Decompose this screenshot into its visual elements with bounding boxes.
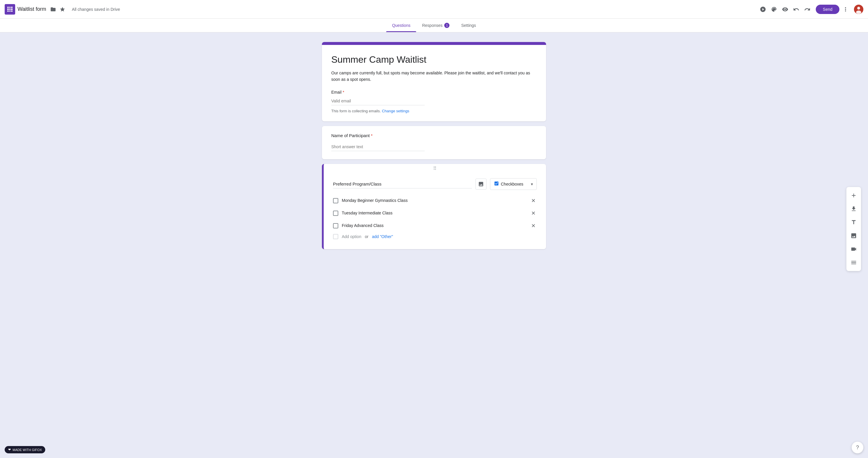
add-option-row: Add option or add "Other" <box>333 232 537 241</box>
add-option-checkbox <box>333 234 338 239</box>
option-row-1: ✕ <box>333 207 537 220</box>
add-option-separator: or <box>365 234 368 239</box>
question-type-selector[interactable]: Checkboxes ▾ <box>490 178 537 190</box>
name-required-star: * <box>371 133 373 138</box>
add-image-to-question-button[interactable] <box>475 178 487 190</box>
form-main-title: Summer Camp Waitlist <box>331 54 537 65</box>
email-label: Email * <box>331 90 537 95</box>
option-input-0[interactable] <box>342 197 527 204</box>
option-row-2: ✕ <box>333 220 537 232</box>
checkbox-type-icon <box>494 181 499 187</box>
send-button[interactable]: Send <box>816 5 839 14</box>
palette-icon-button[interactable] <box>769 4 779 14</box>
checkbox-2[interactable] <box>333 223 338 228</box>
delete-option-2-button[interactable]: ✕ <box>530 221 537 230</box>
add-question-button[interactable] <box>846 189 861 202</box>
app-logo <box>5 4 15 14</box>
redo-icon-button[interactable] <box>802 4 812 14</box>
chevron-down-icon: ▾ <box>531 182 533 187</box>
checkbox-1[interactable] <box>333 210 338 216</box>
tab-responses[interactable]: Responses 1 <box>416 19 455 32</box>
change-settings-link[interactable]: Change settings <box>382 109 409 113</box>
add-section-button[interactable] <box>846 256 861 269</box>
question-card-program: ⠿ Checkboxes ▾ ✕ <box>322 164 546 249</box>
form-header-body: Summer Camp Waitlist Our camps are curre… <box>322 45 546 121</box>
question-top-row: Checkboxes ▾ <box>333 178 537 190</box>
gifox-heart-icon: ❤ <box>8 448 11 452</box>
delete-option-0-button[interactable]: ✕ <box>530 196 537 205</box>
tab-settings[interactable]: Settings <box>455 19 482 32</box>
addon-icon-button[interactable] <box>758 4 768 14</box>
question-name-label: Name of Participant * <box>331 133 537 138</box>
user-avatar[interactable] <box>854 5 863 14</box>
form-note: This form is collecting emails. Change s… <box>331 109 537 113</box>
gifox-badge: ❤ MADE WITH GIFOX <box>5 446 45 453</box>
email-required-star: * <box>343 90 344 95</box>
main-content: Summer Camp Waitlist Our camps are curre… <box>0 37 868 271</box>
star-icon-button[interactable] <box>58 5 67 14</box>
add-option-label[interactable]: Add option <box>342 234 361 239</box>
add-other-link[interactable]: add "Other" <box>372 234 393 239</box>
svg-point-2 <box>856 10 861 14</box>
form-description: Our camps are currently full, but spots … <box>331 70 537 83</box>
more-options-button[interactable] <box>841 4 850 14</box>
tab-questions[interactable]: Questions <box>386 19 416 32</box>
email-section: Email * This form is collecting emails. … <box>331 90 537 113</box>
right-sidebar <box>846 187 861 271</box>
add-image-button[interactable] <box>846 230 861 242</box>
responses-badge: 1 <box>444 23 450 28</box>
option-row-0: ✕ <box>333 195 537 207</box>
email-input[interactable] <box>331 97 425 105</box>
gifox-label: MADE WITH GIFOX <box>12 448 42 452</box>
folder-icon-button[interactable] <box>49 5 58 14</box>
drag-handle[interactable]: ⠿ <box>324 164 546 171</box>
question-card-program-body: Checkboxes ▾ ✕ ✕ ✕ Add <box>324 171 546 249</box>
question-card-name-body: Name of Participant * <box>322 126 546 159</box>
delete-option-1-button[interactable]: ✕ <box>530 209 537 218</box>
form-header-card: Summer Camp Waitlist Our camps are curre… <box>322 42 546 121</box>
preview-icon-button[interactable] <box>780 4 790 14</box>
svg-point-1 <box>857 7 860 10</box>
question-card-name: Name of Participant * <box>322 126 546 159</box>
undo-icon-button[interactable] <box>791 4 801 14</box>
top-nav: Waitlist form All changes saved in Drive… <box>0 0 868 19</box>
form-header-accent <box>322 42 546 45</box>
saved-status: All changes saved in Drive <box>72 7 758 12</box>
short-answer-input[interactable] <box>331 143 425 151</box>
nav-right-actions: Send <box>758 4 863 14</box>
option-input-1[interactable] <box>342 210 527 216</box>
checkbox-0[interactable] <box>333 198 338 203</box>
type-selector-label: Checkboxes <box>501 182 523 187</box>
import-questions-button[interactable] <box>846 203 861 215</box>
add-video-button[interactable] <box>846 243 861 255</box>
help-button[interactable]: ? <box>851 441 863 453</box>
question-title-input[interactable] <box>333 180 472 189</box>
tabs-bar: Questions Responses 1 Settings <box>0 19 868 32</box>
option-input-2[interactable] <box>342 223 527 229</box>
add-title-button[interactable] <box>846 216 861 228</box>
form-title-nav: Waitlist form <box>18 6 46 12</box>
